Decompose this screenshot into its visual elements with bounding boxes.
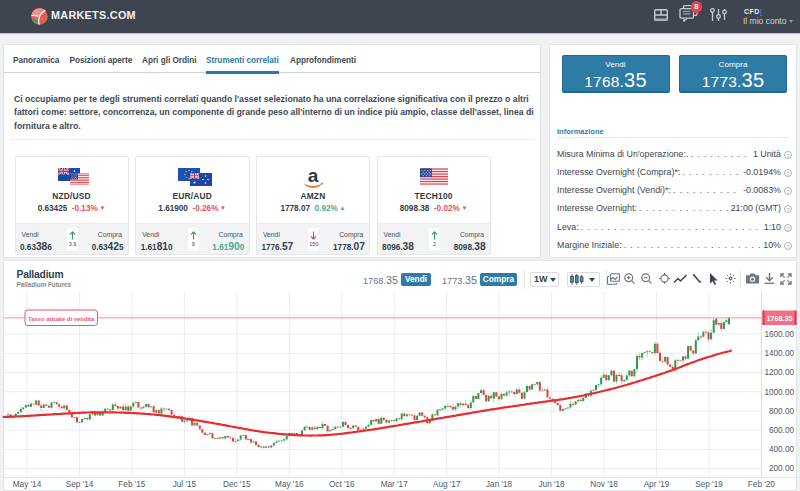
svg-text:Jul '15: Jul '15	[173, 480, 197, 489]
svg-text:Dec '15: Dec '15	[223, 480, 251, 489]
svg-text:Jan '18: Jan '18	[486, 480, 513, 489]
svg-text:200.00: 200.00	[769, 464, 794, 473]
svg-text:Nov '18: Nov '18	[590, 480, 618, 489]
svg-text:400.00: 400.00	[769, 445, 794, 454]
svg-text:Sep '14: Sep '14	[66, 480, 94, 489]
svg-text:Apr '19: Apr '19	[644, 480, 670, 489]
svg-text:1200.00: 1200.00	[764, 368, 794, 377]
svg-text:Oct '16: Oct '16	[329, 480, 355, 489]
svg-text:800.00: 800.00	[769, 407, 794, 416]
svg-text:1000.00: 1000.00	[764, 388, 794, 397]
svg-text:Tasso attuale di vendita: Tasso attuale di vendita	[28, 316, 95, 322]
svg-text:Feb '20: Feb '20	[748, 480, 775, 489]
svg-text:Jun '18: Jun '18	[539, 480, 566, 489]
svg-text:May '14: May '14	[13, 480, 42, 489]
svg-text:1768.35: 1768.35	[767, 314, 793, 323]
svg-text:May '16: May '16	[275, 480, 304, 489]
svg-text:Mar '17: Mar '17	[381, 480, 408, 489]
svg-text:Aug '17: Aug '17	[433, 480, 461, 489]
svg-text:Feb '15: Feb '15	[118, 480, 145, 489]
svg-text:1400.00: 1400.00	[764, 349, 794, 358]
svg-text:600.00: 600.00	[769, 426, 794, 435]
svg-text:1600.00: 1600.00	[764, 330, 794, 339]
svg-text:Sep '19: Sep '19	[695, 480, 723, 489]
